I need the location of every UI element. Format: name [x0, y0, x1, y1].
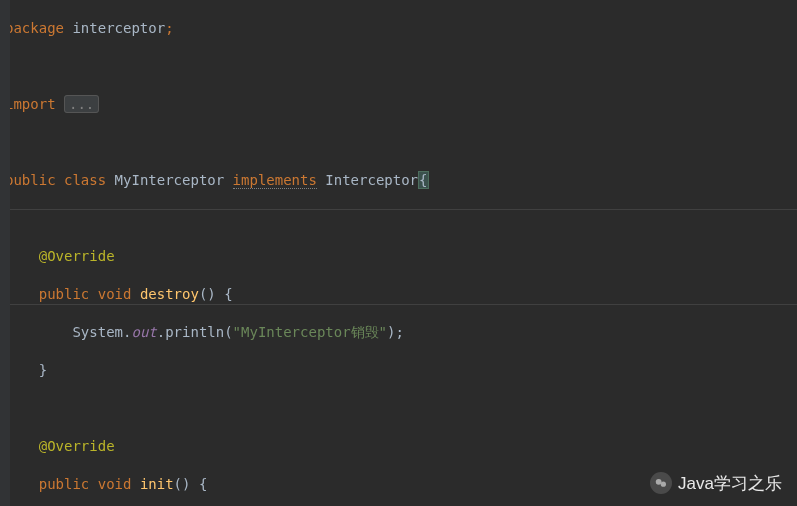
keyword-implements: implements	[233, 172, 317, 189]
code-line	[5, 57, 797, 76]
brace-match: {	[418, 171, 428, 189]
annotation-override: @Override	[39, 438, 115, 454]
svg-point-0	[656, 479, 662, 485]
field-out: out	[131, 324, 156, 340]
code-line	[5, 209, 797, 228]
code-line: package interceptor;	[5, 19, 797, 38]
method-destroy: destroy	[140, 286, 199, 302]
code-line: @Override	[5, 437, 797, 456]
keyword-class: class	[64, 172, 106, 188]
code-line: System.out.println("MyInterceptor销毁");	[5, 323, 797, 342]
code-line	[5, 133, 797, 152]
folded-imports[interactable]: ...	[64, 95, 99, 113]
code-line: import ...	[5, 95, 797, 114]
string-literal: "MyInterceptor销毁"	[233, 324, 387, 340]
method-init: init	[140, 476, 174, 492]
code-line: @Override	[5, 247, 797, 266]
keyword-public: public	[5, 172, 56, 188]
code-editor[interactable]: package interceptor; import ... public c…	[0, 0, 797, 506]
editor-gutter	[0, 0, 10, 506]
annotation-override: @Override	[39, 248, 115, 264]
code-line: public class MyInterceptor implements In…	[5, 171, 797, 190]
wechat-icon	[650, 472, 672, 494]
keyword-package: package	[5, 20, 64, 36]
watermark: Java学习之乐	[650, 472, 782, 494]
method-separator	[10, 209, 797, 210]
watermark-text: Java学习之乐	[678, 474, 782, 493]
svg-point-1	[661, 482, 666, 487]
keyword-import: import	[5, 96, 56, 112]
code-line	[5, 399, 797, 418]
code-line: }	[5, 361, 797, 380]
keyword-void: void	[98, 286, 132, 302]
code-line: public void destroy() {	[5, 285, 797, 304]
method-separator	[10, 304, 797, 305]
